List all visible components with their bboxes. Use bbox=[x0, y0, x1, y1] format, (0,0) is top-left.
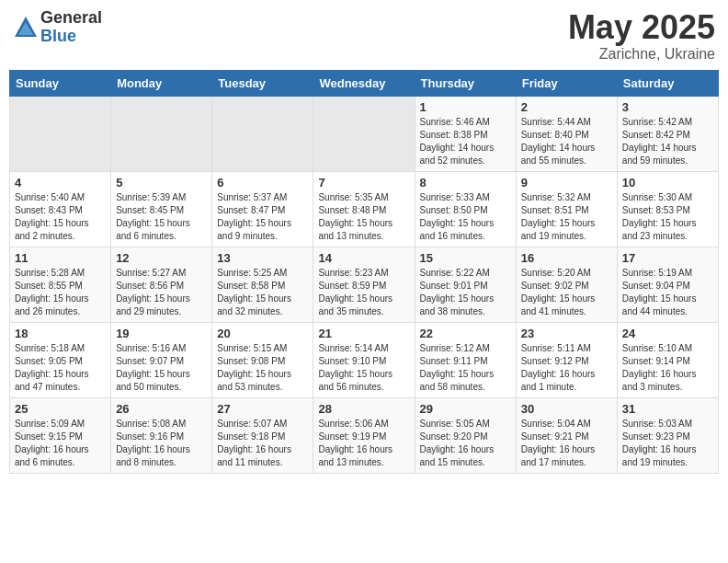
day-info: Sunrise: 5:22 AM Sunset: 9:01 PM Dayligh… bbox=[420, 267, 511, 318]
day-number: 14 bbox=[318, 251, 409, 265]
day-info: Sunrise: 5:07 AM Sunset: 9:18 PM Dayligh… bbox=[217, 418, 308, 469]
day-info: Sunrise: 5:33 AM Sunset: 8:50 PM Dayligh… bbox=[420, 191, 511, 243]
day-number: 29 bbox=[420, 402, 511, 416]
calendar: SundayMondayTuesdayWednesdayThursdayFrid… bbox=[9, 70, 719, 474]
calendar-cell: 27Sunrise: 5:07 AM Sunset: 9:18 PM Dayli… bbox=[212, 397, 313, 473]
day-number: 19 bbox=[116, 327, 207, 340]
day-info: Sunrise: 5:35 AM Sunset: 8:48 PM Dayligh… bbox=[318, 191, 409, 243]
day-number: 5 bbox=[116, 176, 207, 190]
day-number: 13 bbox=[217, 251, 308, 265]
day-number: 6 bbox=[217, 176, 308, 190]
calendar-cell: 28Sunrise: 5:06 AM Sunset: 9:19 PM Dayli… bbox=[313, 397, 415, 473]
day-info: Sunrise: 5:16 AM Sunset: 9:07 PM Dayligh… bbox=[116, 342, 207, 394]
month-title: May 2025 bbox=[568, 9, 715, 46]
logo: General Blue bbox=[13, 9, 102, 46]
day-number: 17 bbox=[622, 251, 713, 265]
calendar-week-row: 1Sunrise: 5:46 AM Sunset: 8:38 PM Daylig… bbox=[10, 96, 719, 171]
calendar-cell: 12Sunrise: 5:27 AM Sunset: 8:56 PM Dayli… bbox=[111, 247, 212, 322]
calendar-cell: 25Sunrise: 5:09 AM Sunset: 9:15 PM Dayli… bbox=[10, 397, 111, 473]
day-info: Sunrise: 5:08 AM Sunset: 9:16 PM Dayligh… bbox=[116, 418, 207, 469]
calendar-cell: 9Sunrise: 5:32 AM Sunset: 8:51 PM Daylig… bbox=[516, 171, 617, 247]
calendar-header-sunday: Sunday bbox=[10, 70, 111, 96]
calendar-header-saturday: Saturday bbox=[617, 70, 718, 96]
calendar-cell: 3Sunrise: 5:42 AM Sunset: 8:42 PM Daylig… bbox=[617, 96, 718, 171]
day-info: Sunrise: 5:25 AM Sunset: 8:58 PM Dayligh… bbox=[217, 267, 308, 318]
calendar-cell: 16Sunrise: 5:20 AM Sunset: 9:02 PM Dayli… bbox=[516, 247, 617, 322]
day-info: Sunrise: 5:04 AM Sunset: 9:21 PM Dayligh… bbox=[521, 418, 612, 469]
day-number: 25 bbox=[15, 402, 106, 416]
day-info: Sunrise: 5:11 AM Sunset: 9:12 PM Dayligh… bbox=[521, 342, 612, 394]
day-info: Sunrise: 5:27 AM Sunset: 8:56 PM Dayligh… bbox=[116, 267, 207, 318]
day-info: Sunrise: 5:20 AM Sunset: 9:02 PM Dayligh… bbox=[521, 267, 612, 318]
calendar-cell: 11Sunrise: 5:28 AM Sunset: 8:55 PM Dayli… bbox=[10, 247, 111, 322]
day-info: Sunrise: 5:06 AM Sunset: 9:19 PM Dayligh… bbox=[318, 418, 409, 469]
calendar-cell: 10Sunrise: 5:30 AM Sunset: 8:53 PM Dayli… bbox=[617, 171, 718, 247]
day-number: 12 bbox=[116, 251, 207, 265]
day-number: 11 bbox=[15, 251, 106, 265]
calendar-cell: 18Sunrise: 5:18 AM Sunset: 9:05 PM Dayli… bbox=[10, 322, 111, 397]
calendar-cell: 4Sunrise: 5:40 AM Sunset: 8:43 PM Daylig… bbox=[10, 171, 111, 247]
calendar-week-row: 18Sunrise: 5:18 AM Sunset: 9:05 PM Dayli… bbox=[10, 322, 719, 397]
calendar-cell bbox=[10, 96, 111, 171]
calendar-cell: 15Sunrise: 5:22 AM Sunset: 9:01 PM Dayli… bbox=[415, 247, 516, 322]
calendar-header-wednesday: Wednesday bbox=[313, 70, 415, 96]
day-info: Sunrise: 5:32 AM Sunset: 8:51 PM Dayligh… bbox=[521, 191, 612, 243]
day-number: 20 bbox=[217, 327, 308, 340]
day-info: Sunrise: 5:19 AM Sunset: 9:04 PM Dayligh… bbox=[622, 267, 713, 318]
day-number: 4 bbox=[15, 176, 106, 190]
calendar-cell: 24Sunrise: 5:10 AM Sunset: 9:14 PM Dayli… bbox=[617, 322, 718, 397]
day-number: 16 bbox=[521, 251, 612, 265]
day-number: 22 bbox=[420, 327, 511, 340]
day-info: Sunrise: 5:30 AM Sunset: 8:53 PM Dayligh… bbox=[622, 191, 713, 243]
day-info: Sunrise: 5:03 AM Sunset: 9:23 PM Dayligh… bbox=[622, 418, 713, 469]
day-number: 26 bbox=[116, 402, 207, 416]
calendar-cell: 23Sunrise: 5:11 AM Sunset: 9:12 PM Dayli… bbox=[516, 322, 617, 397]
day-info: Sunrise: 5:39 AM Sunset: 8:45 PM Dayligh… bbox=[116, 191, 207, 243]
day-info: Sunrise: 5:14 AM Sunset: 9:10 PM Dayligh… bbox=[318, 342, 409, 394]
day-info: Sunrise: 5:37 AM Sunset: 8:47 PM Dayligh… bbox=[217, 191, 308, 243]
day-info: Sunrise: 5:44 AM Sunset: 8:40 PM Dayligh… bbox=[521, 116, 612, 167]
day-info: Sunrise: 5:09 AM Sunset: 9:15 PM Dayligh… bbox=[15, 418, 106, 469]
logo-icon bbox=[13, 15, 39, 40]
calendar-cell: 19Sunrise: 5:16 AM Sunset: 9:07 PM Dayli… bbox=[111, 322, 212, 397]
page-header: General Blue May 2025 Zarichne, Ukraine bbox=[9, 9, 719, 63]
calendar-week-row: 11Sunrise: 5:28 AM Sunset: 8:55 PM Dayli… bbox=[10, 247, 719, 322]
calendar-cell: 31Sunrise: 5:03 AM Sunset: 9:23 PM Dayli… bbox=[617, 397, 718, 473]
calendar-header-monday: Monday bbox=[111, 70, 212, 96]
day-number: 30 bbox=[521, 402, 612, 416]
calendar-cell: 14Sunrise: 5:23 AM Sunset: 8:59 PM Dayli… bbox=[313, 247, 415, 322]
day-number: 8 bbox=[420, 176, 511, 190]
calendar-week-row: 4Sunrise: 5:40 AM Sunset: 8:43 PM Daylig… bbox=[10, 171, 719, 247]
calendar-cell: 8Sunrise: 5:33 AM Sunset: 8:50 PM Daylig… bbox=[415, 171, 516, 247]
day-number: 1 bbox=[420, 100, 511, 114]
day-number: 31 bbox=[622, 402, 713, 416]
calendar-header-tuesday: Tuesday bbox=[212, 70, 313, 96]
day-number: 2 bbox=[521, 100, 612, 114]
title-section: May 2025 Zarichne, Ukraine bbox=[568, 9, 715, 63]
day-info: Sunrise: 5:10 AM Sunset: 9:14 PM Dayligh… bbox=[622, 342, 713, 394]
day-number: 21 bbox=[318, 327, 409, 340]
calendar-cell: 17Sunrise: 5:19 AM Sunset: 9:04 PM Dayli… bbox=[617, 247, 718, 322]
day-number: 18 bbox=[15, 327, 106, 340]
logo-text: General Blue bbox=[40, 9, 102, 46]
day-number: 28 bbox=[318, 402, 409, 416]
calendar-cell: 1Sunrise: 5:46 AM Sunset: 8:38 PM Daylig… bbox=[415, 96, 516, 171]
calendar-header-row: SundayMondayTuesdayWednesdayThursdayFrid… bbox=[10, 70, 719, 96]
day-number: 23 bbox=[521, 327, 612, 340]
calendar-cell bbox=[111, 96, 212, 171]
day-info: Sunrise: 5:18 AM Sunset: 9:05 PM Dayligh… bbox=[15, 342, 106, 394]
day-number: 24 bbox=[622, 327, 713, 340]
day-info: Sunrise: 5:05 AM Sunset: 9:20 PM Dayligh… bbox=[420, 418, 511, 469]
day-number: 10 bbox=[622, 176, 713, 190]
calendar-cell: 5Sunrise: 5:39 AM Sunset: 8:45 PM Daylig… bbox=[111, 171, 212, 247]
day-number: 7 bbox=[318, 176, 409, 190]
location: Zarichne, Ukraine bbox=[568, 46, 715, 63]
calendar-cell bbox=[212, 96, 313, 171]
day-info: Sunrise: 5:23 AM Sunset: 8:59 PM Dayligh… bbox=[318, 267, 409, 318]
day-info: Sunrise: 5:12 AM Sunset: 9:11 PM Dayligh… bbox=[420, 342, 511, 394]
calendar-cell: 20Sunrise: 5:15 AM Sunset: 9:08 PM Dayli… bbox=[212, 322, 313, 397]
day-info: Sunrise: 5:15 AM Sunset: 9:08 PM Dayligh… bbox=[217, 342, 308, 394]
calendar-cell: 29Sunrise: 5:05 AM Sunset: 9:20 PM Dayli… bbox=[415, 397, 516, 473]
logo-blue: Blue bbox=[40, 28, 102, 46]
calendar-cell: 30Sunrise: 5:04 AM Sunset: 9:21 PM Dayli… bbox=[516, 397, 617, 473]
